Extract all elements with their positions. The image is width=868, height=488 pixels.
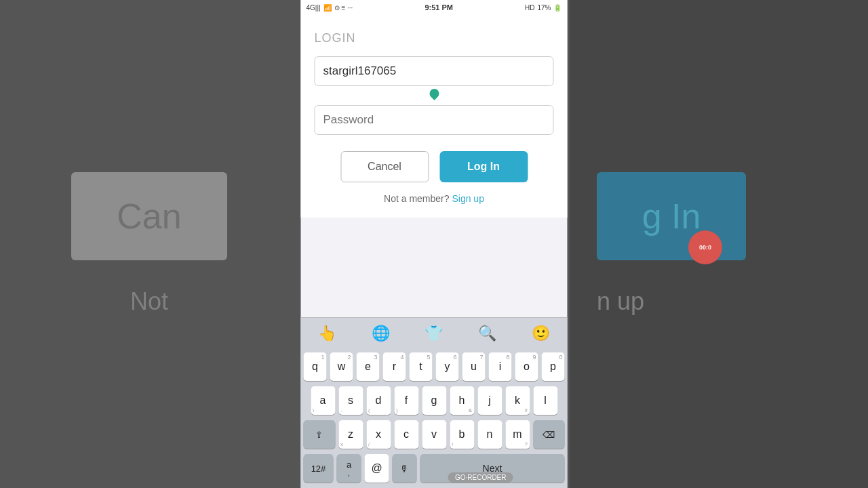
key-t[interactable]: 5t [410,352,433,381]
key-comma-a[interactable]: a, [337,454,361,483]
key-n[interactable]: n [477,420,502,449]
toolbar-search-icon[interactable]: 🔍 [478,325,496,342]
key-p[interactable]: 0p [542,352,565,381]
bg-cancel-text: Can [117,196,181,237]
battery-level: 17% [537,4,551,12]
key-g[interactable]: g [422,386,446,415]
login-button[interactable]: Log In [439,151,528,182]
key-numbers[interactable]: 12# [304,454,334,483]
key-j[interactable]: j [477,386,502,415]
signal-strength: 4G||| [307,4,321,12]
key-o[interactable]: 9o [515,352,538,381]
status-right: HD 17% 🔋 [525,4,561,12]
key-i[interactable]: 8i [489,352,512,381]
toolbar-globe-icon[interactable]: 🌐 [372,325,390,342]
key-v[interactable]: v [422,420,446,449]
key-b[interactable]: b! [450,420,474,449]
bg-login-box: g In [597,172,746,260]
key-row-2: a\ s- d( f) g h& j k# l [304,386,565,415]
key-row-3: ⇧ zx x/ c v b! n m? ⌫ [304,420,565,449]
key-e[interactable]: 3e [357,352,380,381]
status-icons: ⊙ ≡ ··· [334,4,353,12]
keyboard-toolbar: 👆 🌐 👕 🔍 🙂 [301,317,568,348]
login-dialog: LOGIN Cancel Log In Not a member? Sign u… [301,15,568,218]
key-r[interactable]: 4r [383,352,406,381]
key-d[interactable]: d( [366,386,391,415]
status-time: 9:51 PM [425,3,453,12]
key-backspace[interactable]: ⌫ [533,420,565,449]
username-input[interactable] [315,56,554,86]
key-l[interactable]: l [533,386,557,415]
status-bar: 4G||| 📶 ⊙ ≡ ··· 9:51 PM HD 17% 🔋 [301,0,568,15]
cancel-button[interactable]: Cancel [340,151,429,182]
key-z[interactable]: zx [338,420,363,449]
key-row-1: 1q 2w 3e 4r 5t 6y 7u 8i 9o 0p [304,352,565,381]
toolbar-emoji-icon[interactable]: 🙂 [532,325,550,342]
bg-cancel-box: Can [71,172,227,260]
recording-badge-top: 00:0 [688,230,722,264]
login-title: LOGIN [315,31,554,45]
key-row-4: 12# a, @ 🎙 Next [304,454,565,483]
not-member-text: Not a member? [384,193,449,204]
key-f[interactable]: f) [394,386,418,415]
signup-link[interactable]: Sign up [452,193,484,204]
key-s[interactable]: s- [338,386,363,415]
key-x[interactable]: x/ [366,420,391,449]
key-at[interactable]: @ [365,454,389,483]
recording-time-top: 00:0 [699,244,711,251]
wifi-icon: 📶 [323,4,332,12]
key-y[interactable]: 6y [436,352,459,381]
key-w[interactable]: 2w [330,352,353,381]
key-m[interactable]: m? [505,420,530,449]
key-shift[interactable]: ⇧ [304,420,336,449]
bg-not-member-text: Not [130,287,168,316]
bg-login-text: g In [642,196,701,237]
phone-frame: 4G||| 📶 ⊙ ≡ ··· 9:51 PM HD 17% 🔋 LOGIN C… [301,0,568,488]
key-u[interactable]: 7u [462,352,486,381]
toolbar-shirt-icon[interactable]: 👕 [425,325,443,342]
background-left: Can Not [0,0,298,488]
key-mic[interactable]: 🎙 [393,454,417,483]
not-member-row: Not a member? Sign up [315,193,554,204]
go-recorder-badge: GO·RECORDER [448,472,513,483]
bg-signup-text: n up [597,287,644,316]
toolbar-hand-icon[interactable]: 👆 [318,325,336,342]
key-h[interactable]: h& [450,386,474,415]
key-k[interactable]: k# [505,386,530,415]
status-left: 4G||| 📶 ⊙ ≡ ··· [307,4,353,12]
keyboard: 1q 2w 3e 4r 5t 6y 7u 8i 9o 0p a\ s- d( f… [301,348,568,488]
bg-not-text: Not [130,287,168,315]
password-input[interactable] [315,105,554,135]
username-container [315,56,554,86]
button-row: Cancel Log In [315,151,554,182]
text-cursor-drop [427,87,441,100]
hd-label: HD [525,4,534,12]
key-q[interactable]: 1q [304,352,327,381]
battery-icon: 🔋 [553,4,561,12]
go-recorder-text: GO·RECORDER [455,474,507,481]
key-c[interactable]: c [394,420,418,449]
key-a[interactable]: a\ [311,386,335,415]
